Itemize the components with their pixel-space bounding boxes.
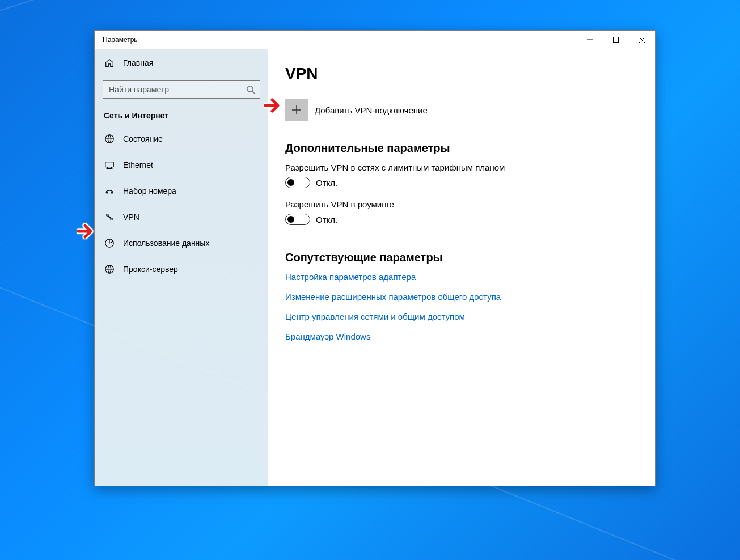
- sidebar-item-data-usage[interactable]: Использование данных: [95, 230, 268, 256]
- plus-icon: [291, 104, 302, 116]
- sidebar-item-proxy[interactable]: Прокси-сервер: [95, 256, 268, 282]
- search-input[interactable]: [109, 85, 246, 94]
- maximize-icon: [613, 37, 619, 43]
- sidebar-item-dialup[interactable]: Набор номера: [95, 178, 268, 204]
- settings-window: Параметры Главная: [94, 30, 656, 486]
- sidebar-item-label: VPN: [123, 213, 139, 222]
- plus-tile: [285, 99, 308, 121]
- svg-rect-0: [614, 37, 619, 43]
- home-icon: [104, 57, 115, 69]
- svg-point-6: [107, 214, 109, 217]
- sidebar: Главная Сеть и Интернет Состояние: [95, 49, 268, 486]
- maximize-button[interactable]: [603, 31, 629, 49]
- sidebar-item-vpn[interactable]: VPN: [95, 204, 268, 230]
- sidebar-group-title: Сеть и Интернет: [95, 103, 268, 126]
- svg-point-7: [111, 218, 113, 220]
- related-heading: Сопутствующие параметры: [285, 251, 638, 264]
- toggle-row: Откл.: [285, 177, 638, 188]
- search-box[interactable]: [103, 80, 260, 99]
- sidebar-item-status[interactable]: Состояние: [95, 126, 268, 152]
- toggle-knob: [287, 216, 294, 223]
- sidebar-item-label: Ethernet: [123, 160, 153, 169]
- sidebar-home-label: Главная: [123, 58, 153, 67]
- dialup-icon: [104, 185, 115, 197]
- sidebar-home[interactable]: Главная: [95, 50, 268, 76]
- toggle-state: Откл.: [316, 215, 337, 224]
- svg-point-1: [247, 86, 253, 92]
- search-icon: [246, 85, 255, 94]
- link-advanced-sharing[interactable]: Изменение расширенных параметров общего …: [285, 292, 638, 302]
- toggle-state: Откл.: [316, 178, 337, 188]
- window-title: Параметры: [95, 36, 139, 44]
- caption-buttons: [577, 31, 655, 49]
- sidebar-item-ethernet[interactable]: Ethernet: [95, 152, 268, 178]
- svg-rect-3: [105, 162, 113, 167]
- titlebar: Параметры: [95, 31, 655, 49]
- close-button[interactable]: [629, 31, 655, 49]
- setting-label: Разрешить VPN в роуминге: [285, 200, 638, 209]
- link-network-center[interactable]: Центр управления сетями и общим доступом: [285, 312, 638, 321]
- close-icon: [639, 37, 645, 43]
- proxy-icon: [104, 264, 115, 275]
- setting-vpn-roaming: Разрешить VPN в роуминге Откл.: [285, 200, 638, 225]
- svg-point-5: [111, 192, 113, 193]
- minimize-button[interactable]: [577, 31, 603, 49]
- vpn-icon: [104, 211, 115, 223]
- sidebar-item-label: Набор номера: [123, 186, 176, 196]
- main-panel: VPN Добавить VPN-подключение Дополнитель…: [268, 49, 655, 486]
- ethernet-icon: [104, 159, 115, 171]
- link-windows-firewall[interactable]: Брандмауэр Windows: [285, 332, 638, 341]
- annotation-arrow-sidebar-vpn: [77, 223, 96, 241]
- toggle-vpn-metered[interactable]: [285, 177, 310, 188]
- setting-vpn-metered: Разрешить VPN в сетях с лимитным тарифны…: [285, 163, 638, 188]
- svg-point-4: [106, 192, 108, 193]
- add-vpn-button[interactable]: Добавить VPN-подключение: [285, 99, 638, 121]
- advanced-heading: Дополнительные параметры: [285, 142, 638, 155]
- sidebar-item-label: Прокси-сервер: [123, 265, 178, 274]
- link-adapter-settings[interactable]: Настройка параметров адаптера: [285, 272, 638, 282]
- data-usage-icon: [104, 237, 115, 249]
- page-heading: VPN: [285, 65, 638, 83]
- toggle-row: Откл.: [285, 214, 638, 225]
- sidebar-item-label: Состояние: [123, 134, 163, 143]
- toggle-knob: [287, 179, 294, 186]
- setting-label: Разрешить VPN в сетях с лимитным тарифны…: [285, 163, 638, 172]
- sidebar-item-label: Использование данных: [123, 239, 209, 248]
- minimize-icon: [587, 37, 593, 43]
- related-section: Сопутствующие параметры Настройка параме…: [285, 251, 638, 341]
- toggle-vpn-roaming[interactable]: [285, 214, 310, 225]
- add-vpn-label: Добавить VPN-подключение: [315, 105, 428, 115]
- globe-icon: [104, 133, 115, 145]
- content-area: Главная Сеть и Интернет Состояние: [95, 49, 655, 486]
